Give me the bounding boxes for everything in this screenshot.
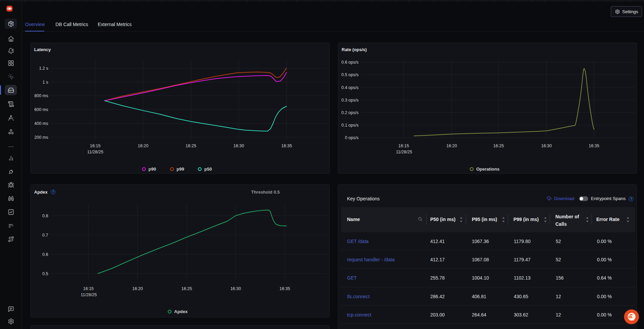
svg-text:16:20: 16:20 <box>446 144 457 148</box>
svg-text:0.6 ops/s: 0.6 ops/s <box>341 60 359 65</box>
svg-text:0.7: 0.7 <box>42 233 48 238</box>
svg-text:0.5 ops/s: 0.5 ops/s <box>341 72 359 77</box>
svg-text:11/28/25: 11/28/25 <box>396 150 412 154</box>
svg-text:16:25: 16:25 <box>493 144 504 148</box>
svg-text:0.5: 0.5 <box>42 271 48 276</box>
svg-text:1.2 s: 1.2 s <box>39 66 48 71</box>
svg-text:0.8: 0.8 <box>42 214 48 218</box>
svg-text:16:30: 16:30 <box>230 286 241 291</box>
svg-text:16:25: 16:25 <box>181 286 192 291</box>
svg-text:11/28/25: 11/28/25 <box>81 292 97 297</box>
svg-text:16:15: 16:15 <box>83 286 94 291</box>
svg-text:800 ms: 800 ms <box>34 93 48 98</box>
svg-text:16:25: 16:25 <box>186 144 196 148</box>
svg-text:16:35: 16:35 <box>279 286 290 291</box>
svg-text:16:15: 16:15 <box>90 144 100 148</box>
svg-text:400 ms: 400 ms <box>34 121 48 126</box>
svg-text:16:35: 16:35 <box>281 144 292 148</box>
svg-text:0.2 ops/s: 0.2 ops/s <box>341 110 359 115</box>
svg-text:16:20: 16:20 <box>138 144 148 148</box>
svg-text:16:20: 16:20 <box>132 286 143 291</box>
svg-text:0.6: 0.6 <box>42 252 48 257</box>
svg-text:600 ms: 600 ms <box>34 107 48 112</box>
svg-text:16:15: 16:15 <box>398 144 409 148</box>
svg-text:16:30: 16:30 <box>233 144 244 148</box>
svg-text:16:35: 16:35 <box>589 144 599 148</box>
svg-text:1 s: 1 s <box>43 80 48 85</box>
svg-text:0.4 ops/s: 0.4 ops/s <box>341 85 359 90</box>
svg-text:11/28/25: 11/28/25 <box>87 150 104 154</box>
svg-text:0.1 ops/s: 0.1 ops/s <box>341 123 359 128</box>
svg-text:200 ms: 200 ms <box>34 135 48 140</box>
svg-text:16:30: 16:30 <box>541 144 552 148</box>
svg-text:0 ops/s: 0 ops/s <box>345 135 359 140</box>
svg-text:0.3 ops/s: 0.3 ops/s <box>341 98 359 103</box>
